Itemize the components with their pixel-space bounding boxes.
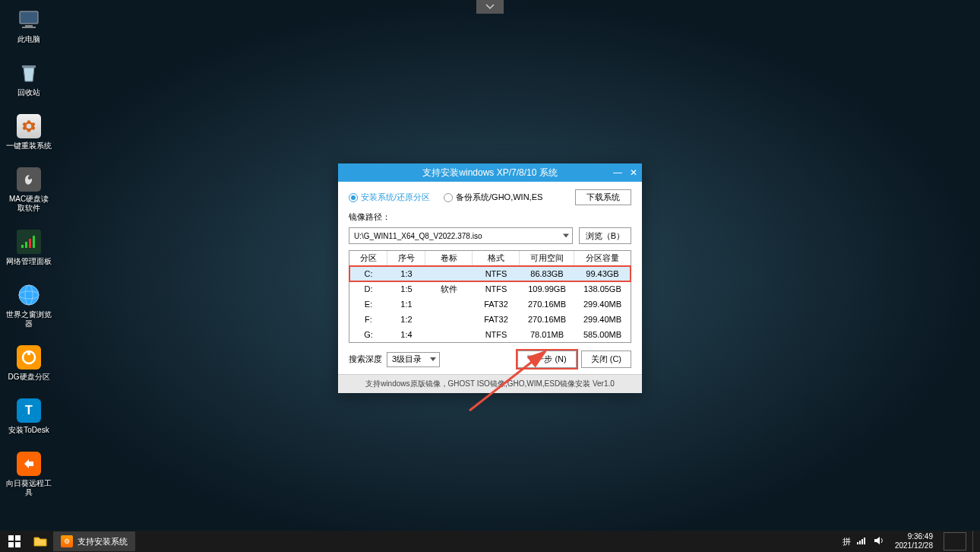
svg-point-8 [19, 285, 39, 305]
radio-backup[interactable]: 备份系统/GHO,WIN,ES [444, 192, 542, 203]
show-desktop-button[interactable] [972, 531, 977, 552]
desktop-icon-this-pc[interactable]: 此电脑 [6, 8, 52, 44]
start-button[interactable] [0, 531, 29, 552]
svg-rect-19 [859, 541, 861, 544]
install-dialog: 支持安装windows XP/7/8/10 系统 — ✕ 安装系统/还原分区 备… [338, 163, 642, 393]
svg-rect-5 [25, 242, 27, 248]
desktop-icon-todesk[interactable]: T 安装ToDesk [6, 398, 52, 435]
close-button[interactable]: 关闭 (C) [581, 351, 631, 368]
desktop-icon-mac-disk[interactable]: MAC硬盘读取软件 [6, 167, 52, 213]
search-depth-label: 搜索深度 [349, 354, 382, 365]
svg-rect-6 [29, 239, 31, 248]
desktop-icon-reinstall[interactable]: 一键重装系统 [6, 114, 52, 151]
svg-rect-3 [22, 65, 36, 68]
download-system-button[interactable]: 下载系统 [575, 189, 631, 205]
svg-rect-1 [25, 25, 33, 27]
desktop-icon-browser[interactable]: 世界之窗浏览器 [6, 283, 52, 328]
search-depth-select[interactable]: 3级目录 [387, 352, 440, 367]
app-icon: ⚙ [61, 535, 73, 547]
dialog-title: 支持安装windows XP/7/8/10 系统 [422, 167, 557, 179]
desktop-icon-label: 世界之窗浏览器 [6, 310, 52, 328]
svg-rect-17 [15, 542, 21, 547]
table-row[interactable]: C:1:3NTFS86.83GB99.43GB [349, 266, 631, 281]
taskbar-file-explorer[interactable] [29, 531, 52, 552]
desktop-icon-dg-partition[interactable]: DG硬盘分区 [6, 345, 52, 382]
desktop-icon-label: MAC硬盘读取软件 [6, 195, 52, 213]
dropdown-arrow-icon [563, 234, 569, 238]
image-path-select[interactable]: U:\G_WIN11_X64_Q8_V2022.378.iso [349, 227, 573, 244]
radio-icon [349, 193, 358, 202]
table-row[interactable]: G:1:4NTFS78.01MB585.00MB [349, 327, 631, 342]
desktop-icon-label: 安装ToDesk [8, 426, 49, 435]
table-header: 分区 序号 卷标 格式 可用空间 分区容量 [349, 251, 631, 266]
image-path-label: 镜像路径： [349, 211, 631, 223]
svg-rect-18 [857, 542, 858, 544]
radio-icon [444, 193, 453, 202]
close-x-button[interactable]: ✕ [630, 167, 637, 178]
desktop-icon-label: 回收站 [17, 88, 40, 97]
next-button[interactable]: 下一步 (N) [517, 351, 576, 368]
desktop-icon-label: 网络管理面板 [6, 257, 52, 266]
table-row[interactable]: F:1:2FAT32270.16MB299.40MB [349, 312, 631, 327]
tray-ime-icon[interactable]: 拼 [842, 536, 851, 547]
system-tray: 拼 9:36:49 2021/12/28 [842, 531, 980, 552]
desktop-icon-recycle-bin[interactable]: 回收站 [6, 61, 52, 97]
taskbar: ⚙ 支持安装系统 拼 9:36:49 2021/12/28 [0, 531, 980, 552]
svg-rect-20 [861, 539, 863, 544]
svg-rect-4 [21, 245, 24, 248]
minimize-button[interactable]: — [613, 167, 622, 178]
tray-action-center[interactable] [944, 532, 966, 550]
taskbar-clock[interactable]: 9:36:49 2021/12/28 [895, 532, 933, 550]
radio-install-restore[interactable]: 安装系统/还原分区 [349, 192, 430, 203]
taskbar-app-installer[interactable]: ⚙ 支持安装系统 [53, 531, 135, 551]
desktop: 此电脑 回收站 一键重装系统 MAC硬盘读取软件 网络管理面板 世界之窗浏览器 … [6, 8, 52, 497]
browse-button[interactable]: 浏览（B） [579, 227, 631, 244]
tray-network-icon[interactable] [857, 536, 868, 547]
desktop-icon-network-panel[interactable]: 网络管理面板 [6, 230, 52, 266]
svg-rect-0 [20, 11, 38, 24]
windows-logo-icon [8, 535, 21, 547]
table-row[interactable]: D:1:5软件NTFS109.99GB138.05GB [349, 281, 631, 297]
svg-rect-21 [864, 538, 865, 544]
svg-rect-14 [8, 535, 14, 541]
svg-rect-15 [15, 535, 21, 541]
titlebar[interactable]: 支持安装windows XP/7/8/10 系统 — ✕ [338, 163, 642, 182]
desktop-icon-label: 向日葵远程工具 [6, 479, 52, 497]
svg-rect-12 [27, 351, 30, 355]
desktop-icon-label: DG硬盘分区 [8, 373, 50, 382]
desktop-icon-label: 此电脑 [17, 35, 40, 44]
svg-rect-2 [22, 27, 36, 28]
top-collapse-tab[interactable] [476, 0, 504, 14]
tray-volume-icon[interactable] [874, 536, 884, 547]
dropdown-arrow-icon [430, 357, 436, 361]
svg-rect-7 [33, 236, 35, 248]
partition-table: 分区 序号 卷标 格式 可用空间 分区容量 C:1:3NTFS86.83GB99… [349, 250, 631, 343]
desktop-icon-sunlogin[interactable]: 向日葵远程工具 [6, 452, 52, 497]
folder-icon [33, 535, 47, 547]
desktop-icon-label: 一键重装系统 [6, 141, 52, 151]
dialog-footer: 支持windows原版镜像，GHOST ISO镜像,GHO,WIM,ESD镜像安… [338, 374, 642, 393]
table-row[interactable]: E:1:1FAT32270.16MB299.40MB [349, 297, 631, 312]
svg-rect-16 [8, 542, 14, 547]
